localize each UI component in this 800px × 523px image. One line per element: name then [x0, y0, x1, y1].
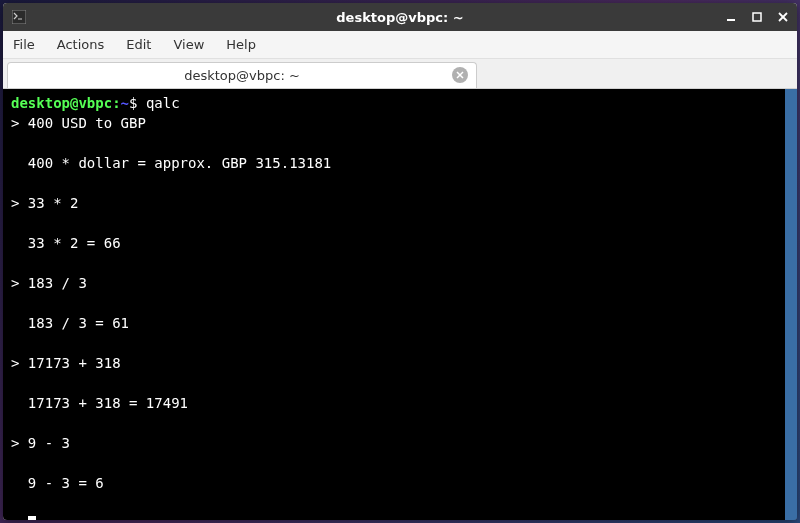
terminal-line: > 183 / 3 — [11, 275, 87, 291]
svg-rect-3 — [753, 13, 761, 21]
tab-close-button[interactable] — [452, 67, 468, 83]
terminal-cursor — [28, 516, 36, 520]
menubar: File Actions Edit View Help — [3, 31, 797, 59]
terminal-line: > 400 USD to GBP — [11, 115, 146, 131]
scrollbar-thumb[interactable] — [785, 89, 797, 520]
scrollbar[interactable] — [785, 89, 797, 520]
menu-file[interactable]: File — [13, 37, 35, 52]
titlebar[interactable]: desktop@vbpc: ~ — [3, 3, 797, 31]
menu-view[interactable]: View — [173, 37, 204, 52]
menu-help[interactable]: Help — [226, 37, 256, 52]
terminal-line: 17173 + 318 = 17491 — [11, 395, 188, 411]
terminal-line: 9 - 3 = 6 — [11, 475, 104, 491]
terminal-line: > 17173 + 318 — [11, 355, 121, 371]
prompt-colon: : — [112, 95, 120, 111]
prompt-path: ~ — [121, 95, 129, 111]
tab-active[interactable]: desktop@vbpc: ~ — [7, 62, 477, 88]
maximize-button[interactable] — [749, 9, 765, 25]
menu-actions[interactable]: Actions — [57, 37, 105, 52]
close-button[interactable] — [775, 9, 791, 25]
terminal-line: 33 * 2 = 66 — [11, 235, 121, 251]
terminal-line: > 33 * 2 — [11, 195, 78, 211]
tab-label: desktop@vbpc: ~ — [184, 68, 300, 83]
tabbar: desktop@vbpc: ~ — [3, 59, 797, 89]
prompt-symbol: $ — [129, 95, 146, 111]
terminal-area: desktop@vbpc:~$ qalc > 400 USD to GBP 40… — [3, 89, 797, 520]
terminal-output[interactable]: desktop@vbpc:~$ qalc > 400 USD to GBP 40… — [3, 89, 785, 520]
terminal-line: 400 * dollar = approx. GBP 315.13181 — [11, 155, 331, 171]
window-title: desktop@vbpc: ~ — [336, 10, 463, 25]
terminal-line: 183 / 3 = 61 — [11, 315, 129, 331]
svg-rect-0 — [12, 10, 26, 24]
prompt-command: qalc — [146, 95, 180, 111]
terminal-window: desktop@vbpc: ~ File Actions Edit View H… — [3, 3, 797, 520]
window-controls — [723, 9, 791, 25]
minimize-button[interactable] — [723, 9, 739, 25]
app-icon — [11, 9, 27, 25]
terminal-line: > — [11, 515, 28, 520]
terminal-line: > 9 - 3 — [11, 435, 70, 451]
menu-edit[interactable]: Edit — [126, 37, 151, 52]
prompt-user-host: desktop@vbpc — [11, 95, 112, 111]
